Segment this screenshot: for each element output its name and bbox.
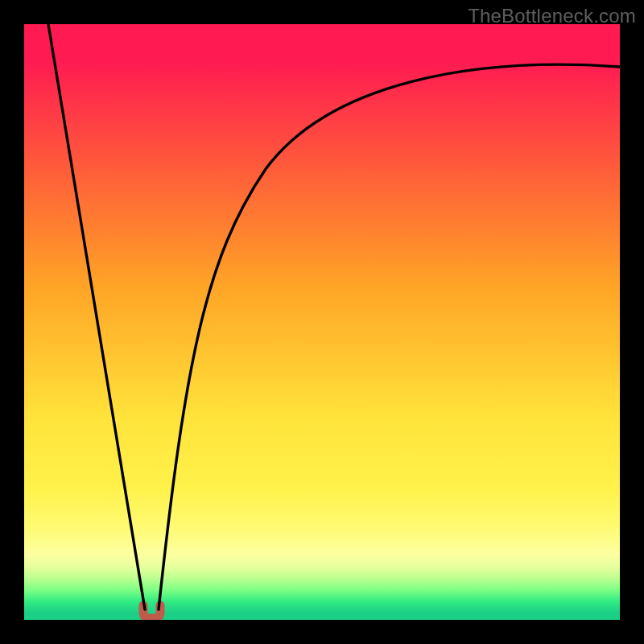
curve-layer (24, 24, 620, 620)
curve-right-branch (159, 64, 620, 609)
chart-frame: TheBottleneck.com (0, 0, 644, 644)
watermark-text: TheBottleneck.com (468, 5, 636, 27)
curve-left-branch (48, 24, 145, 609)
plot-area (24, 24, 620, 620)
